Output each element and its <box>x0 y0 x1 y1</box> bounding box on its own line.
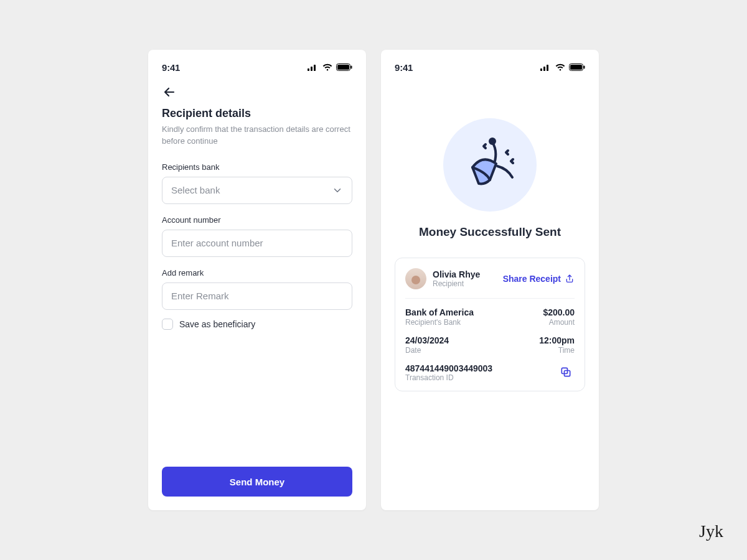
status-time: 9:41 <box>162 62 180 73</box>
hero-circle <box>443 118 537 212</box>
status-indicators <box>540 63 585 71</box>
svg-rect-6 <box>351 66 352 69</box>
party-popper-icon <box>459 134 521 196</box>
save-beneficiary-row: Save as beneficiary <box>162 319 352 330</box>
input-placeholder: Enter Remark <box>171 291 229 301</box>
recipient-block: Olivia Rhye Recipient <box>405 268 480 289</box>
share-receipt-button[interactable]: Share Receipt <box>503 274 575 284</box>
avatar <box>405 268 426 289</box>
phone-recipient-details: 9:41 Recipient details Kindly confirm th… <box>148 50 366 510</box>
input-account-number[interactable]: Enter account number <box>162 230 352 257</box>
svg-point-13 <box>490 139 495 144</box>
svg-rect-7 <box>540 68 542 71</box>
row-bank-amount: Bank of America Recipient's Bank $200.00… <box>405 307 575 327</box>
bank-value: Bank of America <box>405 307 474 318</box>
field-group-account: Account number Enter account number <box>162 215 352 257</box>
select-recipients-bank[interactable]: Select bank <box>162 177 352 204</box>
field-group-bank: Recipients bank Select bank <box>162 162 352 204</box>
txn-value: 487441449003449003 <box>405 363 492 374</box>
amount-key: Amount <box>543 318 575 327</box>
status-time: 9:41 <box>395 62 413 73</box>
chevron-down-icon <box>332 185 343 196</box>
date-key: Date <box>405 346 449 355</box>
status-bar: 9:41 <box>162 61 352 73</box>
date-value: 24/03/2024 <box>405 335 449 346</box>
share-icon <box>565 274 575 284</box>
copy-txn-button[interactable] <box>557 363 575 381</box>
bank-key: Recipient's Bank <box>405 318 474 327</box>
field-group-remark: Add remark Enter Remark <box>162 268 352 310</box>
svg-rect-0 <box>308 68 309 71</box>
signature: Jyk <box>699 521 723 541</box>
page-subtitle: Kindly confirm that the transaction deta… <box>162 124 352 147</box>
back-button[interactable] <box>162 85 177 100</box>
receipt-card: Olivia Rhye Recipient Share Receipt Bank… <box>395 258 585 391</box>
send-money-button[interactable]: Send Money <box>162 467 352 497</box>
time-value: 12:00pm <box>539 335 575 346</box>
wifi-icon <box>555 63 565 71</box>
status-indicators <box>308 63 352 71</box>
label-remark: Add remark <box>162 268 352 278</box>
share-label: Share Receipt <box>503 274 561 284</box>
battery-icon <box>336 63 352 71</box>
time-key: Time <box>539 346 575 355</box>
svg-rect-12 <box>584 66 585 69</box>
success-hero: Money Successfully Sent <box>395 118 585 239</box>
label-save-beneficiary: Save as beneficiary <box>179 319 255 329</box>
row-date-time: 24/03/2024 Date 12:00pm Time <box>405 335 575 355</box>
wifi-icon <box>322 63 332 71</box>
battery-icon <box>569 63 585 71</box>
checkbox-save-beneficiary[interactable] <box>162 319 173 330</box>
amount-value: $200.00 <box>543 307 575 318</box>
svg-rect-2 <box>314 65 316 71</box>
svg-rect-5 <box>337 65 349 70</box>
cellular-icon <box>540 63 552 71</box>
page-title: Recipient details <box>162 107 352 120</box>
phone-success-receipt: 9:41 <box>381 50 599 510</box>
svg-rect-11 <box>570 65 582 70</box>
cellular-icon <box>308 63 319 71</box>
svg-rect-8 <box>543 67 545 71</box>
recipient-role: Recipient <box>433 279 480 288</box>
label-recipients-bank: Recipients bank <box>162 162 352 172</box>
input-remark[interactable]: Enter Remark <box>162 282 352 310</box>
success-title: Money Successfully Sent <box>419 225 561 239</box>
input-placeholder: Enter account number <box>171 238 263 248</box>
status-bar: 9:41 <box>395 61 585 73</box>
button-label: Send Money <box>230 477 284 487</box>
svg-rect-9 <box>547 65 548 71</box>
arrow-left-icon <box>162 85 177 100</box>
row-transaction-id: 487441449003449003 Transaction ID <box>405 363 575 383</box>
select-placeholder: Select bank <box>171 185 220 195</box>
copy-icon <box>560 366 572 378</box>
txn-key: Transaction ID <box>405 373 492 382</box>
label-account-number: Account number <box>162 215 352 225</box>
svg-rect-1 <box>311 67 312 71</box>
recipient-name: Olivia Rhye <box>433 269 480 279</box>
